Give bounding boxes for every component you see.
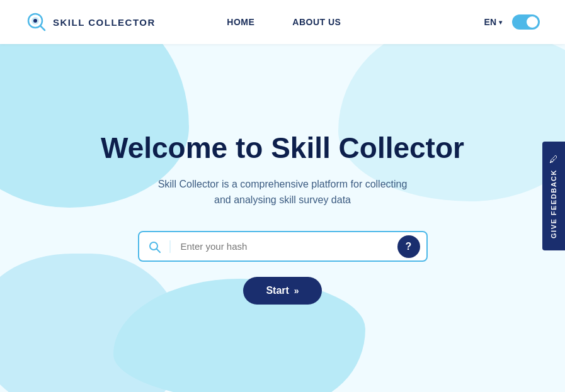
search-bar: ? [138,231,428,262]
svg-point-2 [33,19,37,23]
nav-about-us[interactable]: ABOUT US [292,17,341,27]
start-button[interactable]: Start » [243,277,321,305]
feedback-label: GIVE FEEDBACK [550,169,557,238]
help-button[interactable]: ? [397,235,420,258]
nav-links: HOME ABOUT US [227,17,341,27]
navbar: SKILL COLLECTOR HOME ABOUT US EN ▾ [0,0,565,44]
logo-icon [25,11,48,33]
svg-point-4 [150,242,157,250]
svg-line-3 [40,26,45,30]
hash-input[interactable] [171,232,397,260]
logo[interactable]: SKILL COLLECTOR [25,11,156,33]
hero-subtitle: Skill Collector is a comprehensive platf… [101,176,464,208]
language-selector[interactable]: EN ▾ [484,17,502,27]
chevron-down-icon: ▾ [499,19,502,26]
logo-text: SKILL COLLECTOR [53,17,156,28]
theme-toggle[interactable] [512,14,540,30]
hero-section: Welcome to Skill Collector Skill Collect… [0,44,565,392]
nav-home[interactable]: HOME [227,17,254,27]
start-arrows-icon: » [294,286,299,296]
feedback-sidebar[interactable]: 🖊 GIVE FEEDBACK [542,142,565,251]
nav-right: EN ▾ [484,14,540,30]
hero-content: Welcome to Skill Collector Skill Collect… [101,132,464,305]
feedback-icon: 🖊 [549,154,558,164]
start-label: Start [266,285,288,296]
lang-label: EN [484,17,496,27]
hero-title: Welcome to Skill Collector [101,132,464,165]
search-icon-wrap [139,240,171,253]
search-icon [148,240,161,253]
svg-line-5 [157,249,160,252]
